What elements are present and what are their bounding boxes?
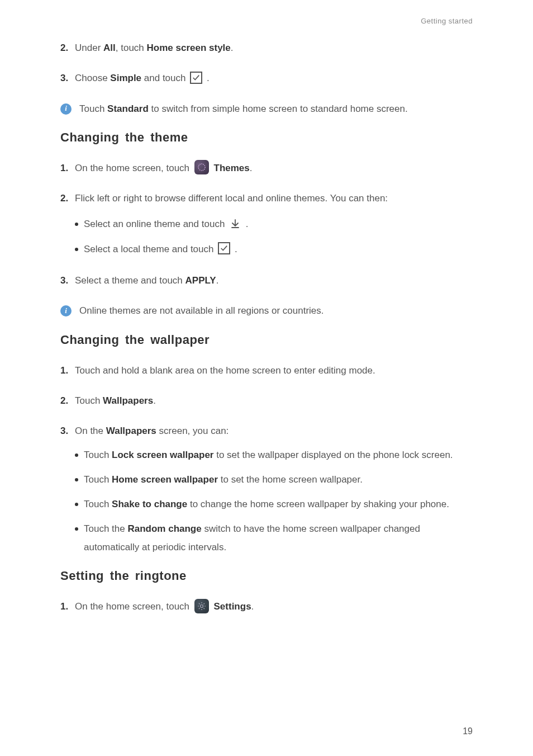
text: On the home screen, touch: [75, 163, 192, 173]
text: to set the wallpaper displayed on the ph…: [213, 450, 453, 460]
text: Under: [75, 42, 103, 53]
bullet-icon: [75, 503, 78, 506]
info-icon: i: [60, 103, 72, 115]
sub-body: Touch Shake to change to change the home…: [84, 495, 473, 513]
svg-point-1: [200, 604, 203, 607]
step-body: On the home screen, touch Settings.: [75, 598, 473, 616]
info-icon: i: [60, 305, 72, 316]
sub-body: Touch the Random change switch to have t…: [84, 520, 473, 556]
svg-point-0: [198, 164, 205, 171]
wallpaper-step-1: 1. Touch and hold a blank area on the ho…: [60, 362, 473, 380]
step-body: Select a theme and touch APPLY.: [75, 272, 473, 290]
text: .: [153, 395, 156, 406]
bullet-icon: [75, 248, 78, 251]
sub-body: Touch Home screen wallpaper to set the h…: [84, 471, 473, 489]
bold-themes: Themes: [214, 163, 250, 173]
checkmark-box-icon: [190, 72, 202, 84]
wallpaper-substep-lock: Touch Lock screen wallpaper to set the w…: [75, 446, 473, 464]
text: to switch from simple home screen to sta…: [149, 103, 408, 114]
text: and touch: [141, 73, 188, 83]
wallpaper-step-3: 3. On the Wallpapers screen, you can:: [60, 422, 473, 440]
text: Touch: [84, 499, 112, 509]
text: .: [207, 73, 210, 83]
text: Select an online theme and touch: [84, 219, 227, 229]
step-body: Choose Simple and touch .: [75, 69, 473, 87]
text: Flick left or right to browse different …: [75, 193, 388, 204]
checkmark-box-icon: [218, 242, 230, 254]
heading-changing-theme: Changing the theme: [60, 130, 473, 145]
text: Choose: [75, 73, 110, 83]
bold-shake-to-change: Shake to change: [112, 499, 187, 509]
bold-wallpapers: Wallpapers: [106, 426, 156, 436]
page-number: 19: [463, 726, 473, 736]
wallpaper-substep-random: Touch the Random change switch to have t…: [75, 520, 473, 556]
wallpaper-step-2: 2. Touch Wallpapers.: [60, 392, 473, 410]
step-number: 1.: [60, 362, 75, 380]
step-number: 3.: [60, 69, 75, 87]
text: Touch: [79, 103, 107, 114]
text: to change the home screen wallpaper by s…: [187, 499, 449, 509]
step-number: 1.: [60, 598, 75, 616]
text: Touch: [84, 450, 112, 460]
step-body: Flick left or right to browse different …: [75, 190, 473, 265]
text: .: [246, 219, 249, 229]
step-number: 2.: [60, 392, 75, 410]
bullet-icon: [75, 527, 78, 531]
bold-home-screen-wallpaper: Home screen wallpaper: [112, 474, 218, 485]
heading-changing-wallpaper: Changing the wallpaper: [60, 333, 473, 347]
sub-body: Touch Lock screen wallpaper to set the w…: [84, 446, 473, 464]
step-number: 1.: [60, 159, 75, 177]
themes-app-icon: [194, 160, 209, 174]
sub-body: Select an online theme and touch .: [84, 215, 473, 233]
text: On the: [75, 426, 106, 436]
bold-standard: Standard: [107, 103, 149, 114]
theme-step-2: 2. Flick left or right to browse differe…: [60, 190, 473, 265]
text: Select a local theme and touch: [84, 244, 216, 254]
wallpaper-sublist: Touch Lock screen wallpaper to set the w…: [75, 446, 473, 556]
step-2: 2. Under All, touch Home screen style.: [60, 39, 473, 57]
step-body: Under All, touch Home screen style.: [75, 39, 473, 57]
text: Select a theme and touch: [75, 275, 185, 286]
text: .: [235, 244, 237, 254]
step-number: 3.: [60, 272, 75, 290]
bold-simple: Simple: [110, 73, 141, 83]
text: Touch: [75, 395, 103, 406]
step-number: 2.: [60, 190, 75, 265]
text: .: [250, 163, 253, 173]
text: screen, you can:: [156, 426, 229, 436]
info-note-standard: i Touch Standard to switch from simple h…: [60, 100, 473, 118]
step-body: Touch Wallpapers.: [75, 392, 473, 410]
text: Touch: [84, 474, 112, 485]
wallpaper-substep-home: Touch Home screen wallpaper to set the h…: [75, 471, 473, 489]
bold-apply: APPLY: [185, 275, 216, 286]
settings-app-icon: [194, 599, 209, 613]
bold-all: All: [103, 42, 116, 53]
step-3: 3. Choose Simple and touch .: [60, 69, 473, 87]
info-note-online-themes: i Online themes are not available in all…: [60, 302, 473, 320]
bold-random-change: Random change: [127, 523, 201, 534]
download-icon: [229, 218, 241, 230]
step-body: On the Wallpapers screen, you can:: [75, 422, 473, 440]
bold-wallpapers: Wallpapers: [103, 395, 153, 406]
theme-substep-online: Select an online theme and touch .: [75, 215, 473, 233]
bold-home-screen-style: Home screen style: [147, 42, 231, 53]
text: On the home screen, touch: [75, 601, 192, 612]
page-header-section: Getting started: [421, 17, 473, 25]
text: .: [216, 275, 219, 286]
bold-settings: Settings: [214, 601, 251, 612]
bullet-icon: [75, 478, 78, 481]
step-body: Touch and hold a blank area on the home …: [75, 362, 473, 380]
page-content: 2. Under All, touch Home screen style. 3…: [60, 39, 473, 616]
wallpaper-substep-shake: Touch Shake to change to change the home…: [75, 495, 473, 513]
info-body: Online themes are not available in all r…: [79, 302, 473, 320]
text: .: [251, 601, 254, 612]
step-number: 3.: [60, 422, 75, 440]
theme-substep-local: Select a local theme and touch .: [75, 240, 473, 258]
theme-step-1: 1. On the home screen, touch Themes.: [60, 159, 473, 177]
sub-body: Select a local theme and touch .: [84, 240, 473, 258]
bullet-icon: [75, 223, 78, 226]
step-body: On the home screen, touch Themes.: [75, 159, 473, 177]
ringtone-step-1: 1. On the home screen, touch Settings.: [60, 598, 473, 616]
text: .: [231, 42, 234, 53]
text: Touch the: [84, 523, 127, 534]
